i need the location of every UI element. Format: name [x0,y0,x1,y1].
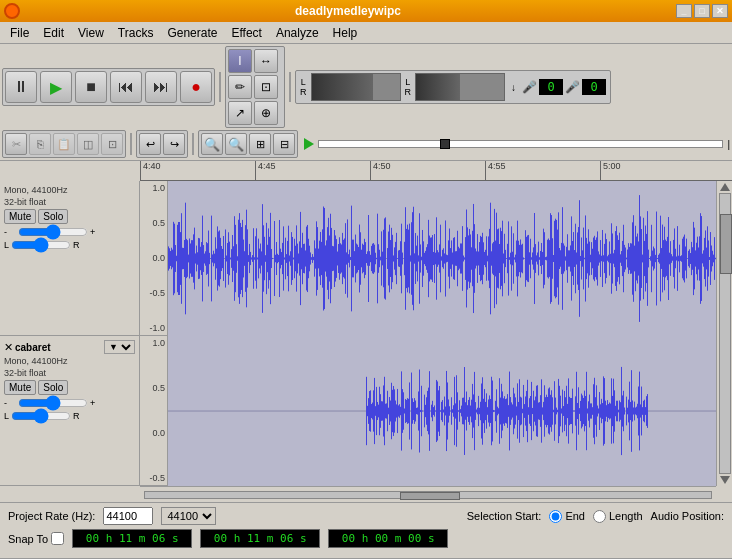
end-radio-label[interactable]: End [549,510,585,523]
track1-y-axis: 1.0 0.5 0.0 -0.5 -1.0 [140,181,168,335]
redo-button[interactable]: ↪ [163,133,185,155]
track2-waveform-area[interactable]: 1.0 0.5 0.0 -0.5 [140,336,732,486]
title-bar: deadlymedleywipc _ □ ✕ [0,0,732,22]
snap-to-group: Snap To [8,532,64,545]
bottom-controls: Project Rate (Hz): 44100 22050 48000 Sel… [0,502,732,558]
track2-controls: Mute Solo [4,380,135,395]
tool-draw[interactable]: ✏ [228,75,252,99]
track2-name: cabaret [15,342,102,353]
end-radio[interactable] [549,510,562,523]
menu-tracks[interactable]: Tracks [112,24,160,42]
paste-button[interactable]: 📋 [53,133,75,155]
menu-view[interactable]: View [72,24,110,42]
zoom-fit-button[interactable]: ⊞ [249,133,271,155]
mic-icon: 🎤 [522,80,537,94]
toolbar-area: ⏸ ▶ ■ ⏮ ⏭ ● I ↔ ✏ ⊡ ↗ ⊕ L R [0,44,732,161]
track2-info2: 32-bit float [4,368,135,378]
menu-effect[interactable]: Effect [225,24,267,42]
tool-timeshift[interactable]: ↗ [228,101,252,125]
track2-dropdown[interactable]: ▼ [104,340,135,354]
rewind-button[interactable]: ⏮ [110,71,142,103]
time2-display[interactable]: 00 h 11 m 06 s [200,529,320,548]
position-thumb[interactable] [440,139,450,149]
track2-close[interactable]: ✕ [4,341,13,354]
zoom-out-button[interactable]: 🔍 [225,133,247,155]
track1-mute[interactable]: Mute [4,209,36,224]
menu-analyze[interactable]: Analyze [270,24,325,42]
snap-to-checkbox[interactable] [51,532,64,545]
minimize-button[interactable]: _ [676,4,692,18]
tool-select[interactable]: I [228,49,252,73]
input-value: 0 [539,79,563,95]
length-label: Length [609,510,643,522]
trim-button[interactable]: ◫ [77,133,99,155]
undo-button[interactable]: ↩ [139,133,161,155]
h-scroll-thumb[interactable] [400,492,460,500]
v-scroll-track[interactable] [719,193,731,474]
track1-pan-l: L [4,240,9,250]
pause-button[interactable]: ⏸ [5,71,37,103]
close-button[interactable]: ✕ [712,4,728,18]
bottom-row2: Snap To 00 h 11 m 06 s 00 h 11 m 06 s 00… [8,529,724,548]
record-button[interactable]: ● [180,71,212,103]
position-bar[interactable] [318,140,723,148]
project-rate-label: Project Rate (Hz): [8,510,95,522]
volume-level [312,74,374,100]
project-rate-input[interactable] [103,507,153,525]
scroll-up-arrow[interactable] [720,183,730,191]
menu-generate[interactable]: Generate [161,24,223,42]
pos-end-marker: | [727,139,730,150]
title-bar-left [4,3,20,19]
play-button[interactable]: ▶ [40,71,72,103]
app-icon [4,3,20,19]
track2-mute[interactable]: Mute [4,380,36,395]
pan-slider-track[interactable] [415,73,505,101]
end-label: End [565,510,585,522]
menu-edit[interactable]: Edit [37,24,70,42]
cut-button[interactable]: ✂ [5,133,27,155]
copy-button[interactable]: ⎘ [29,133,51,155]
zoom-in-button[interactable]: 🔍 [201,133,223,155]
h-scrollbar[interactable] [140,486,716,502]
menu-file[interactable]: File [4,24,35,42]
h-scroll-track[interactable] [144,491,712,499]
tool-multi[interactable]: ⊕ [254,101,278,125]
track2-solo[interactable]: Solo [38,380,68,395]
forward-button[interactable]: ⏭ [145,71,177,103]
v-scrollbar[interactable] [716,181,732,486]
menu-help[interactable]: Help [327,24,364,42]
project-rate-dropdown[interactable]: 44100 22050 48000 [161,507,216,525]
volume-slider-track[interactable] [311,73,401,101]
track1-waveform-area[interactable]: 1.0 0.5 0.0 -0.5 -1.0 [140,181,732,336]
v-scroll-thumb[interactable] [720,214,732,274]
time1-display[interactable]: 00 h 11 m 06 s [72,529,192,548]
track2-pan-slider[interactable] [11,410,71,422]
l-right-label: L [405,77,410,87]
track2-pan-row: L R [4,410,135,422]
ruler-mark-440: 4:40 [140,161,161,180]
end-length-radio: End Length [549,510,642,523]
tool-zoom[interactable]: ⊡ [254,75,278,99]
input-value2: 0 [582,79,606,95]
window-title: deadlymedleywipc [295,4,401,18]
separator2 [289,72,291,102]
toolbar-row2: ✂ ⎘ 📋 ◫ ⊡ ↩ ↪ 🔍 🔍 ⊞ ⊟ | [2,130,730,158]
track1-vol-minus: - [4,227,16,237]
scroll-down-arrow[interactable] [720,476,730,484]
length-radio[interactable] [593,510,606,523]
zoom-sel-button[interactable]: ⊟ [273,133,295,155]
r-label: R [300,87,307,97]
track1-pan-slider[interactable] [11,239,71,251]
stop-button[interactable]: ■ [75,71,107,103]
time3-display[interactable]: 00 h 00 m 00 s [328,529,448,548]
bottom-row1: Project Rate (Hz): 44100 22050 48000 Sel… [8,507,724,525]
maximize-button[interactable]: □ [694,4,710,18]
silence-button[interactable]: ⊡ [101,133,123,155]
track1-solo[interactable]: Solo [38,209,68,224]
tool-envelope[interactable]: ↔ [254,49,278,73]
length-radio-label[interactable]: Length [593,510,643,523]
track1-y-1: 1.0 [140,183,167,193]
title-bar-controls: _ □ ✕ [676,4,728,18]
track2-waveform-canvas[interactable] [168,336,732,486]
track1-waveform-canvas[interactable] [168,181,732,336]
